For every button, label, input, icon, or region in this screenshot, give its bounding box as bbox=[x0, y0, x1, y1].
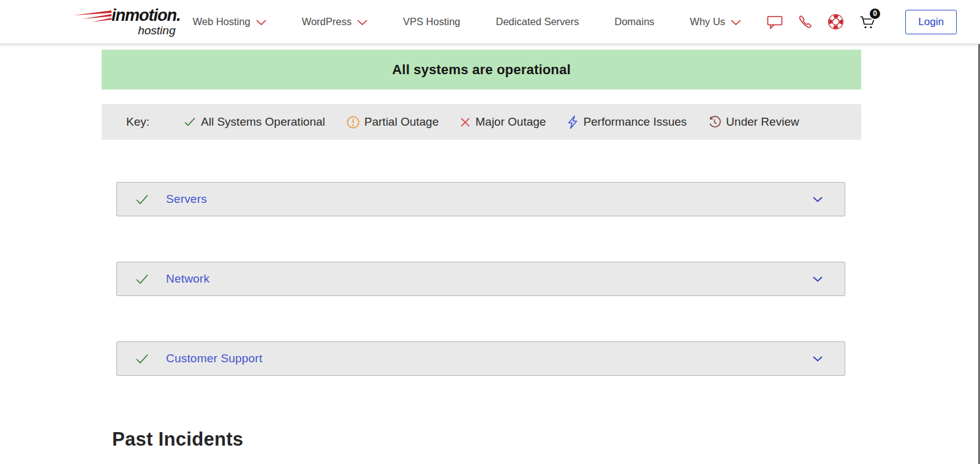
section-label: Servers bbox=[166, 192, 207, 206]
status-banner: All systems are operational bbox=[102, 50, 861, 89]
warning-circle-icon bbox=[347, 116, 360, 129]
check-icon bbox=[135, 194, 149, 205]
check-icon bbox=[135, 274, 149, 284]
section-row-network[interactable]: Network bbox=[116, 262, 845, 296]
inmotion-logo[interactable]: inmotion. hosting bbox=[74, 7, 180, 36]
cart-count-badge: 0 bbox=[869, 7, 881, 20]
key-item-operational: All Systems Operational bbox=[184, 115, 325, 129]
logo-swoosh-icon bbox=[74, 10, 114, 27]
chevron-down-icon bbox=[731, 20, 741, 25]
nav-domains[interactable]: Domains bbox=[614, 16, 654, 28]
status-banner-text: All systems are operational bbox=[392, 62, 571, 78]
section-label: Customer Support bbox=[166, 352, 262, 365]
nav-web-hosting[interactable]: Web Hosting bbox=[192, 16, 266, 28]
logo-sub-wordmark: hosting bbox=[138, 25, 175, 36]
key-item-performance-issues: Performance Issues bbox=[567, 115, 687, 129]
cart-icon[interactable]: 0 bbox=[859, 13, 876, 31]
main-nav: Web Hosting WordPress VPS Hosting Dedica… bbox=[192, 16, 758, 28]
logo-wordmark: inmotion. bbox=[111, 7, 180, 24]
header: inmotion. hosting Web Hosting WordPress … bbox=[0, 0, 980, 44]
x-icon bbox=[460, 117, 470, 127]
chevron-down-icon bbox=[357, 20, 368, 25]
lightning-icon bbox=[567, 115, 578, 129]
key-label: Key: bbox=[126, 115, 149, 129]
key-item-under-review: Under Review bbox=[708, 115, 799, 129]
section-label: Network bbox=[166, 272, 209, 286]
header-icon-group: 0 bbox=[767, 13, 876, 31]
key-item-major-outage: Major Outage bbox=[460, 115, 546, 129]
login-button[interactable]: Login bbox=[905, 10, 957, 34]
check-icon bbox=[135, 354, 149, 364]
chevron-down-icon[interactable] bbox=[813, 197, 823, 202]
help-ring-icon[interactable] bbox=[827, 13, 844, 30]
component-sections: Servers Network Customer Support bbox=[116, 182, 845, 376]
check-icon bbox=[184, 117, 196, 127]
past-incidents-title: Past Incidents bbox=[112, 428, 980, 451]
section-row-servers[interactable]: Servers bbox=[116, 182, 845, 216]
chat-icon[interactable] bbox=[767, 15, 783, 29]
section-row-customer-support[interactable]: Customer Support bbox=[116, 341, 845, 376]
nav-vps-hosting[interactable]: VPS Hosting bbox=[403, 16, 461, 28]
nav-wordpress[interactable]: WordPress bbox=[302, 16, 368, 28]
chevron-down-icon[interactable] bbox=[813, 276, 823, 282]
chevron-down-icon bbox=[256, 20, 266, 25]
chevron-down-icon[interactable] bbox=[813, 356, 823, 362]
key-item-partial-outage: Partial Outage bbox=[347, 115, 439, 129]
phone-icon[interactable] bbox=[797, 14, 813, 29]
history-clock-icon bbox=[708, 116, 721, 129]
status-key-legend: Key: All Systems Operational Partial Out… bbox=[102, 104, 861, 140]
nav-dedicated-servers[interactable]: Dedicated Servers bbox=[496, 16, 579, 28]
nav-why-us[interactable]: Why Us bbox=[690, 16, 741, 28]
